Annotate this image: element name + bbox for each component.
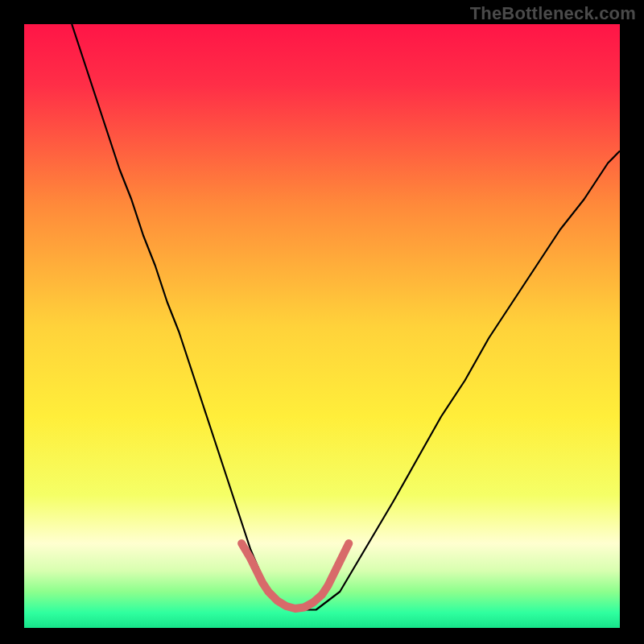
background-gradient bbox=[24, 24, 620, 628]
svg-rect-0 bbox=[24, 24, 620, 628]
watermark-text: TheBottleneck.com bbox=[470, 3, 636, 24]
chart-frame: TheBottleneck.com bbox=[0, 0, 644, 644]
plot-area bbox=[24, 24, 620, 628]
